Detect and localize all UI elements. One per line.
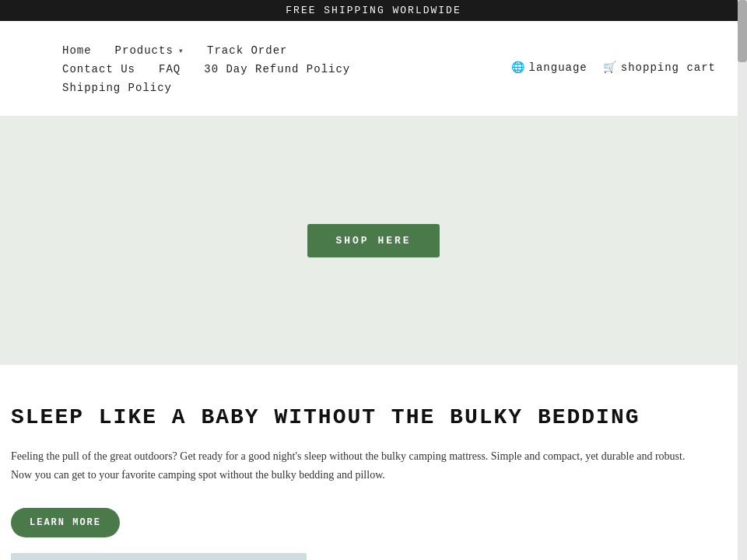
nav-products-wrapper[interactable]: Products ▾ bbox=[115, 44, 184, 57]
learn-more-button[interactable]: LEARN MORE bbox=[11, 508, 120, 537]
nav-row-3: Shipping Policy bbox=[62, 82, 172, 94]
top-banner: FREE SHIPPING WORLDWIDE bbox=[0, 0, 747, 21]
language-selector[interactable]: 🌐 language bbox=[511, 61, 587, 74]
bottom-image-area bbox=[11, 553, 700, 560]
banner-text: FREE SHIPPING WORLDWIDE bbox=[286, 5, 461, 16]
header: Home Products ▾ Track Order Contact Us F… bbox=[0, 21, 747, 108]
nav-shipping-policy[interactable]: Shipping Policy bbox=[62, 82, 172, 94]
shopping-cart-button[interactable]: 🛒 shopping cart bbox=[603, 61, 716, 74]
content-section: SLEEP LIKE A BABY WITHOUT THE BULKY BEDD… bbox=[0, 365, 747, 560]
section-heading: SLEEP LIKE A BABY WITHOUT THE BULKY BEDD… bbox=[11, 404, 700, 432]
nav-faq[interactable]: FAQ bbox=[159, 63, 181, 75]
nav-track-order[interactable]: Track Order bbox=[207, 44, 287, 57]
nav-row-2: Contact Us FAQ 30 Day Refund Policy bbox=[62, 63, 350, 75]
nav-refund-policy[interactable]: 30 Day Refund Policy bbox=[204, 63, 350, 75]
keyboard-arrow-down-icon: ▾ bbox=[178, 45, 184, 57]
scrollbar[interactable] bbox=[738, 0, 747, 560]
nav-contact-us[interactable]: Contact Us bbox=[62, 63, 135, 75]
header-icons: 🌐 language 🛒 shopping cart bbox=[511, 61, 716, 74]
nav-row-1: Home Products ▾ Track Order bbox=[62, 44, 287, 57]
product-image-1 bbox=[11, 553, 307, 560]
cart-icon: 🛒 bbox=[603, 61, 617, 74]
hero-section: SHOP HERE bbox=[0, 116, 747, 365]
section-description: Feeling the pull of the great outdoors? … bbox=[11, 447, 700, 485]
nav-products[interactable]: Products bbox=[115, 44, 174, 57]
cart-label: shopping cart bbox=[621, 61, 716, 73]
language-icon: 🌐 bbox=[511, 61, 525, 74]
shop-here-button[interactable]: SHOP HERE bbox=[307, 224, 439, 257]
scrollbar-thumb[interactable] bbox=[738, 0, 747, 62]
nav-home[interactable]: Home bbox=[62, 44, 92, 57]
language-label: language bbox=[529, 61, 587, 73]
